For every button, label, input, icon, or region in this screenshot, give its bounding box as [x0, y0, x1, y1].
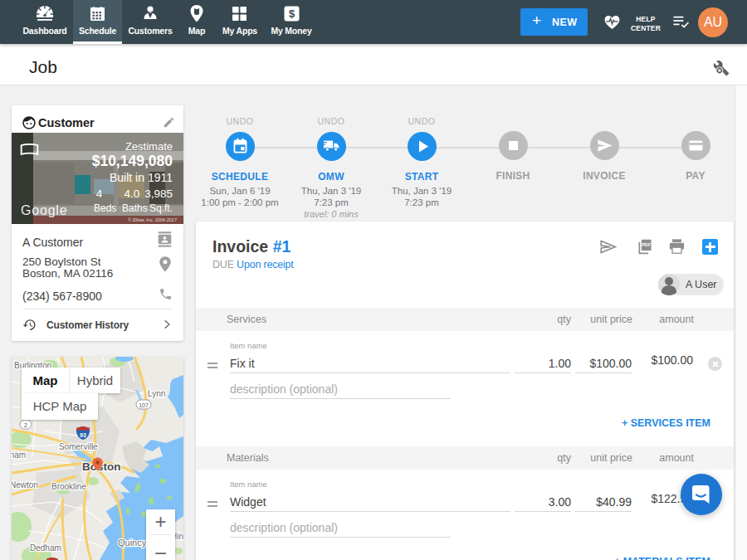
- svg-text:Waltham: Waltham: [12, 450, 26, 460]
- svg-text:Newton: Newton: [12, 480, 38, 489]
- svg-text:107: 107: [139, 402, 149, 408]
- svg-text:Dedham: Dedham: [30, 543, 61, 553]
- svg-text:PDF: PDF: [642, 242, 652, 247]
- svg-text:Lynn: Lynn: [148, 389, 165, 398]
- svg-text:Brookline: Brookline: [51, 482, 86, 491]
- svg-text:2: 2: [24, 422, 27, 428]
- svg-text:93: 93: [80, 432, 86, 438]
- svg-text:$: $: [289, 7, 295, 20]
- svg-text:Quincy: Quincy: [118, 538, 147, 548]
- svg-text:Somerville: Somerville: [59, 442, 98, 451]
